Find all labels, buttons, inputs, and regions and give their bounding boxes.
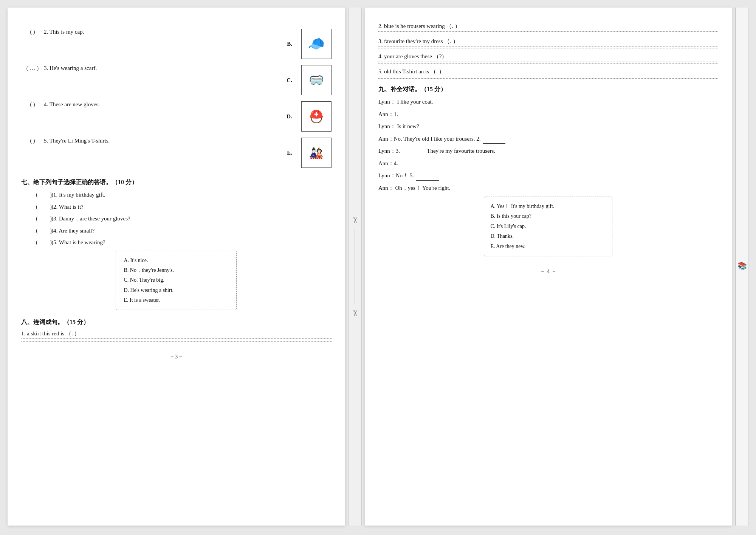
s9-choice-e: E. Are they new. [490,242,606,251]
match-label-b: B. [278,41,292,47]
choice-b: B. No，they're Jenny's. [124,266,229,274]
dialog-speaker-ann-4: Ann： [378,185,394,191]
answer-line-1b [21,340,332,340]
spine: ✂ ✂ [348,8,362,526]
rp-item-5: 5. old this T-shirt an is （. ） [378,68,718,79]
sect7-paren-4: （ ） [33,226,51,236]
dialog-speaker-lynn-2: Lynn： [378,123,396,129]
rp-item-3: 3. favourite they're my dress （. ） [378,38,718,48]
choice-e: E. It is a sweater. [124,296,229,304]
dialog-blank-1 [400,113,423,119]
spine-line [355,229,355,304]
sect7-paren-5: （ ） [33,238,51,248]
rp-wordlist-3: favourite they're my dress （. ） [384,38,459,44]
rp-line-5b [378,78,718,79]
match-row-2: ( ) 2. This is my cap. B. 🧢 [21,29,332,59]
match-image-c: 🥽 [301,65,332,95]
match-right-3: C. 🥽 [278,65,332,95]
answer-line-1a [21,338,332,339]
sect7-item-3: （ ） )3. Danny，are these your gloves? [33,214,332,224]
section-8-right: 2. blue is he trousers wearing （. ） 3. f… [378,23,718,79]
section-9: 九、补全对话。（15 分） Lynn： I like your coat. An… [378,85,718,256]
matching-section: ( ) 2. This is my cap. B. 🧢 ( … ) 3. He'… [21,29,332,168]
dialog-line-ann-2: Ann：No. They're old I like your trousers… [378,134,718,144]
match-left-3: ( … ) 3. He's wearing a scarf. [21,65,278,71]
dialog-speaker-lynn-1: Lynn： [378,99,396,105]
match-right-4: D. ⛑️ [278,101,332,132]
dialog-blank-5 [416,175,439,181]
dialog-line-ann-4: Ann： Oh，yes！ You're right. [378,183,718,193]
sect7-paren-1: （ ） [33,190,51,200]
right-spine-deco: 📚 [737,257,747,276]
choice-d: D. He's wearing a shirt. [124,286,229,295]
dialog-blank-2 [483,138,505,144]
sect7-item-4: （ ） )4. Are they small? [33,226,332,236]
sect7-text-5: )5. What is he wearing? [51,238,105,248]
match-right-2: B. 🧢 [278,29,332,59]
section-7-choices: A. It's nice. B. No，they're Jenny's. C. … [116,251,237,310]
dialog-speaker-lynn-4: Lynn：No！ 5. [378,172,415,178]
section-8-header: 八、连词成句。（15 分） [21,318,332,326]
sect8-words-1: 1. a skirt this red is （. ） [21,330,332,337]
rp-line-5a [378,77,718,77]
sect7-text-3: )3. Danny，are these your gloves? [51,214,130,224]
left-page: ( ) 2. This is my cap. B. 🧢 ( … ) 3. He'… [8,8,345,526]
sect7-text-2: )2. What is it? [51,202,84,212]
dialog-speaker-lynn-3: Lynn：3. [378,148,401,154]
rp-words-5: 5. old this T-shirt an is （. ） [378,68,718,75]
dialog-text-lynn-1: I like your coat. [397,99,433,105]
dialog-line-lynn-3: Lynn：3. They're my favourite trousers. [378,146,718,156]
rp-words-3: 3. favourite they're my dress （. ） [378,38,718,45]
sect8-item-1: 1. a skirt this red is （. ） [21,330,332,342]
rp-item-4: 4. your are gloves these （?） [378,53,718,64]
rp-line-3a [378,47,718,47]
match-image-b: 🧢 [301,29,332,59]
right-spine: 📚 [735,8,748,526]
helmet-icon: ⛑️ [309,109,324,124]
sect8-word-list-1: a skirt this red is （. ） [27,330,80,337]
dialog-line-lynn-1: Lynn： I like your coat. [378,97,718,107]
rp-line-4a [378,62,718,62]
rp-item-2: 2. blue is he trousers wearing （. ） [378,23,718,33]
section-8: 八、连词成句。（15 分） 1. a skirt this red is （. … [21,318,332,342]
match-image-e: 🎎 [301,138,332,168]
dialog-text-lynn-2: Is it new? [397,123,419,129]
dialog-speaker-ann-1: Ann：1. [378,111,400,117]
choice-a: A. It's nice. [124,256,229,265]
s9-choice-b: B. Is this your cap? [490,212,606,220]
left-page-number: －3－ [21,353,332,360]
sect8-num-1: 1. [21,330,25,337]
right-page: 2. blue is he trousers wearing （. ） 3. f… [365,8,732,526]
dialog-blank-4 [400,163,419,168]
sect7-paren-2: （ ） [33,202,51,212]
s9-choice-d: D. Thanks. [490,232,606,240]
rp-wordlist-4: your are gloves these （?） [384,53,447,59]
answer-line-1c [21,341,332,342]
match-paren-3: ( … ) [21,65,44,71]
sect7-text-4: )4. Are they small? [51,226,94,236]
match-label-c: C. [278,77,292,84]
match-paren-4: ( ) [21,101,44,108]
s9-choice-a: A. Yes！ It's my birthday gift. [490,202,606,211]
dialog-line-lynn-2: Lynn： Is it new? [378,122,718,132]
dialog-line-lynn-4: Lynn：No！ 5. [378,171,718,181]
section-7-header: 七、给下列句子选择正确的答语。（10 分） [21,178,332,186]
rp-num-2: 2. [378,23,383,29]
match-right-5: E. 🎎 [278,138,332,168]
rp-num-5: 5. [378,68,383,74]
match-text-4: 4. These are new gloves. [44,101,278,108]
rp-line-2b [378,33,718,33]
sect7-text-1: )1. It's my birthday gift. [51,190,105,200]
match-label-d: D. [278,113,292,120]
match-row-5: ( ) 5. They're Li Ming's T-shirts. E. 🎎 [21,138,332,168]
spine-decoration: ✂ [350,217,360,223]
rp-num-3: 3. [378,38,383,44]
rp-wordlist-2: blue is he trousers wearing （. ） [384,23,460,29]
rp-wordlist-5: old this T-shirt an is （. ） [384,68,445,74]
dialog-speaker-ann-2: Ann：No. They're old I like your trousers… [378,136,482,142]
choice-c: C. No. They're big. [124,276,229,284]
dialog-line-ann-1: Ann：1. [378,110,718,119]
section-9-header: 九、补全对话。（15 分） [378,85,718,93]
section-9-choices: A. Yes！ It's my birthday gift. B. Is thi… [484,197,612,256]
rp-line-3b [378,48,718,48]
